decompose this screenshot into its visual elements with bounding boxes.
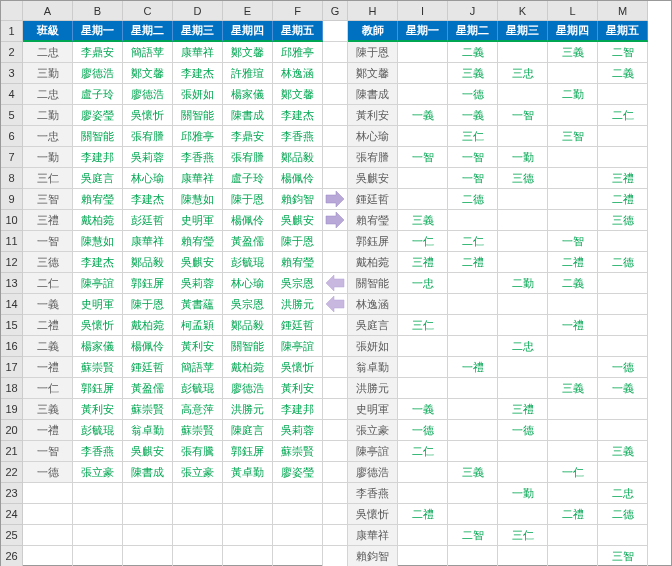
right-cell[interactable]: 吳庭言 [348,315,398,336]
right-cell[interactable] [548,357,598,378]
left-cell[interactable]: 陳書成 [123,462,173,483]
right-cell[interactable]: 翁卓勤 [348,357,398,378]
spacer[interactable] [323,462,348,483]
spacer[interactable] [323,63,348,84]
left-cell[interactable]: 楊家儀 [73,336,123,357]
left-cell[interactable]: 戴柏菀 [73,210,123,231]
row-header-9[interactable]: 9 [1,189,23,210]
right-cell[interactable]: 一忠 [398,273,448,294]
right-cell[interactable]: 林心瑜 [348,126,398,147]
right-cell[interactable] [498,504,548,525]
right-cell[interactable]: 二禮 [548,504,598,525]
right-cell[interactable] [498,546,548,566]
spacer[interactable] [323,378,348,399]
left-cell[interactable]: 一義 [23,294,73,315]
spacer[interactable] [323,252,348,273]
left-cell[interactable]: 一智 [23,231,73,252]
right-cell[interactable] [598,525,648,546]
left-cell[interactable]: 二忠 [23,42,73,63]
right-cell[interactable] [548,210,598,231]
left-cell[interactable]: 張宥謄 [123,126,173,147]
left-cell[interactable] [273,504,323,525]
right-cell[interactable]: 三忠 [498,63,548,84]
right-cell[interactable]: 一智 [448,168,498,189]
left-cell[interactable]: 柯孟穎 [173,315,223,336]
right-header-5[interactable]: 星期五 [598,21,648,42]
left-cell[interactable]: 李鼎安 [73,42,123,63]
left-cell[interactable]: 吳莉蓉 [173,273,223,294]
left-cell[interactable]: 李建邦 [73,147,123,168]
left-cell[interactable]: 戴柏菀 [123,315,173,336]
left-cell[interactable]: 關智能 [73,126,123,147]
left-cell[interactable] [223,546,273,566]
left-header-5[interactable]: 星期五 [273,21,323,42]
left-cell[interactable] [173,483,223,504]
left-cell[interactable]: 鄭品毅 [223,315,273,336]
left-cell[interactable]: 廖姿瑩 [273,462,323,483]
left-cell[interactable]: 廖德浩 [223,378,273,399]
right-cell[interactable]: 二德 [598,504,648,525]
left-cell[interactable]: 彭毓琨 [223,252,273,273]
left-cell[interactable]: 鄭文馨 [223,42,273,63]
right-cell[interactable] [398,168,448,189]
left-cell[interactable]: 二禮 [23,315,73,336]
right-cell[interactable] [498,126,548,147]
left-cell[interactable]: 簡語苹 [123,42,173,63]
left-cell[interactable]: 楊佩伶 [123,336,173,357]
left-cell[interactable] [23,525,73,546]
left-cell[interactable]: 廖德浩 [123,84,173,105]
spacer[interactable] [323,315,348,336]
right-cell[interactable] [498,210,548,231]
col-header-L[interactable]: L [548,1,598,21]
left-cell[interactable]: 鍾廷哲 [273,315,323,336]
left-cell[interactable]: 盧子玲 [223,168,273,189]
col-header-B[interactable]: B [73,1,123,21]
spacer[interactable] [323,420,348,441]
right-cell[interactable] [548,546,598,566]
right-cell[interactable]: 陳于恩 [348,42,398,63]
right-cell[interactable]: 三德 [498,168,548,189]
right-cell[interactable] [398,525,448,546]
left-cell[interactable]: 吳懷忻 [123,105,173,126]
spacer[interactable] [323,525,348,546]
right-cell[interactable] [448,294,498,315]
left-cell[interactable]: 陳慧如 [173,189,223,210]
right-cell[interactable]: 二德 [448,189,498,210]
right-cell[interactable]: 張立豪 [348,420,398,441]
left-cell[interactable] [173,525,223,546]
right-cell[interactable]: 二禮 [548,252,598,273]
spacer[interactable] [323,84,348,105]
left-cell[interactable]: 郭鈺屏 [123,273,173,294]
right-cell[interactable] [398,357,448,378]
spacer[interactable] [323,273,348,294]
right-cell[interactable] [548,105,598,126]
left-cell[interactable]: 張宥謄 [223,147,273,168]
left-cell[interactable]: 一禮 [23,357,73,378]
left-cell[interactable] [223,525,273,546]
left-cell[interactable] [73,483,123,504]
col-header-F[interactable]: F [273,1,323,21]
left-cell[interactable] [273,546,323,566]
right-cell[interactable]: 三仁 [448,126,498,147]
right-cell[interactable]: 康華祥 [348,525,398,546]
left-cell[interactable]: 一禮 [23,420,73,441]
right-cell[interactable] [498,252,548,273]
right-cell[interactable] [598,231,648,252]
right-cell[interactable]: 張妍如 [348,336,398,357]
row-header-19[interactable]: 19 [1,399,23,420]
spacer[interactable] [323,126,348,147]
right-cell[interactable]: 陳亭誼 [348,441,398,462]
right-cell[interactable] [548,168,598,189]
left-cell[interactable]: 李建杰 [173,63,223,84]
left-cell[interactable]: 李鼎安 [223,126,273,147]
left-cell[interactable]: 吳麒安 [273,210,323,231]
right-cell[interactable]: 三智 [548,126,598,147]
left-cell[interactable]: 一忠 [23,126,73,147]
left-cell[interactable]: 蘇崇賢 [73,357,123,378]
left-cell[interactable]: 一智 [23,441,73,462]
right-cell[interactable] [448,273,498,294]
select-all-corner[interactable] [1,1,23,21]
right-cell[interactable]: 二忠 [598,483,648,504]
right-cell[interactable]: 二禮 [598,189,648,210]
right-cell[interactable] [498,378,548,399]
